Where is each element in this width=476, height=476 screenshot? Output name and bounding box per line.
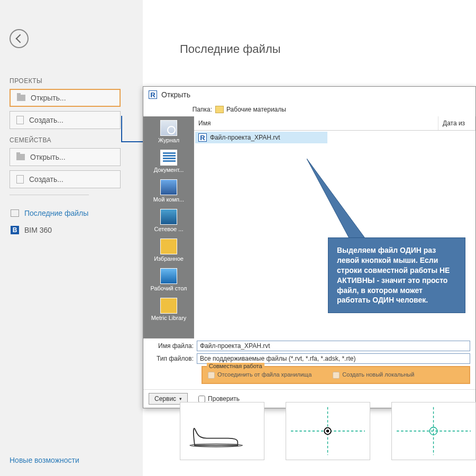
- folder-open-icon: [17, 95, 25, 101]
- journal-icon: [160, 120, 177, 136]
- place-mycomputer-label: Мой комп...: [153, 196, 184, 203]
- projects-create-button[interactable]: Создать...: [10, 111, 121, 129]
- projects-section-label: ПРОЕКТЫ: [10, 77, 133, 85]
- folder-icon: [215, 106, 224, 113]
- callout-box: Выделяем файл ОДИН раз левой кнопкой мыш…: [328, 237, 465, 313]
- dialog-title-text: Открыть: [161, 90, 190, 99]
- recent-files-icon: [11, 209, 19, 217]
- projects-open-label: Открыть...: [31, 94, 66, 102]
- filetype-label: Тип файлов:: [149, 355, 194, 362]
- dialog-bottom: Имя файла: Файл-проекта_ХРАН.rvt Тип фай…: [143, 338, 475, 389]
- service-label: Сервис: [154, 395, 176, 402]
- place-library[interactable]: Metric Library: [144, 295, 194, 324]
- bim360-icon: B: [11, 226, 19, 234]
- new-document-icon: [16, 116, 24, 124]
- new-features-link[interactable]: Новые возможности: [10, 456, 79, 464]
- workshare-group: Совместная работа Отсоединить от файла х…: [202, 366, 470, 384]
- places-bar: Журнал Документ... Мой комп... Сетевое .…: [143, 116, 194, 338]
- computer-icon: [160, 179, 177, 195]
- new-document-icon: [16, 175, 24, 184]
- detach-label: Отсоединить от файла хранилища: [217, 371, 312, 378]
- sidebar-item-recent[interactable]: Последние файлы: [10, 205, 133, 222]
- filetype-row: Тип файлов: Все поддерживаемые файлы (*.…: [149, 353, 470, 364]
- families-open-label: Открыть...: [30, 153, 66, 161]
- folder-open-icon: [16, 154, 25, 160]
- divider: [10, 195, 89, 195]
- favorites-icon: [160, 239, 177, 254]
- detach-checkbox[interactable]: Отсоединить от файла хранилища: [208, 371, 312, 379]
- file-list-header: Имя Дата из: [194, 116, 475, 131]
- bim360-label: BIM 360: [24, 226, 52, 234]
- file-name: Файл-проекта_ХРАН.rvt: [210, 134, 280, 141]
- dialog-titlebar: R Открыть: [143, 87, 475, 103]
- detach-checkbox-input: [208, 372, 215, 379]
- page-title: Последние файлы: [143, 0, 476, 56]
- place-journal[interactable]: Журнал: [144, 117, 194, 147]
- place-journal-label: Журнал: [158, 137, 179, 143]
- filename-label: Имя файла:: [149, 342, 194, 350]
- revit-icon: R: [149, 90, 157, 99]
- place-network-label: Сетевое ...: [154, 226, 184, 232]
- documents-icon: [160, 150, 177, 166]
- library-icon: [160, 298, 177, 314]
- families-section-label: СЕМЕЙСТВА: [10, 136, 133, 144]
- file-row-selected[interactable]: R Файл-проекта_ХРАН.rvt: [195, 132, 327, 143]
- newlocal-checkbox[interactable]: Создать новый локальный: [333, 371, 414, 379]
- folder-dropdown[interactable]: Рабочие материалы: [215, 106, 286, 113]
- revit-file-icon: R: [198, 133, 207, 142]
- thumbnail-2[interactable]: [286, 402, 370, 460]
- families-open-button[interactable]: Открыть...: [10, 148, 121, 166]
- folder-label: Папка:: [180, 106, 212, 113]
- filetype-field[interactable]: Все поддерживаемые файлы (*.rvt, *.rfa, …: [197, 353, 470, 364]
- place-network[interactable]: Сетевое ...: [144, 206, 194, 235]
- projects-open-button[interactable]: Открыть...: [10, 89, 121, 107]
- place-documents-label: Документ...: [154, 167, 184, 173]
- check-checkbox-input[interactable]: [198, 396, 205, 402]
- place-mycomputer[interactable]: Мой комп...: [144, 176, 194, 206]
- desktop-icon: [160, 268, 177, 284]
- thumbnail-1[interactable]: [180, 402, 264, 460]
- projects-create-label: Создать...: [29, 116, 63, 124]
- folder-row: Папка: Рабочие материалы: [143, 103, 475, 116]
- check-checkbox[interactable]: Проверить: [198, 395, 240, 402]
- sidebar-item-bim360[interactable]: B BIM 360: [10, 222, 133, 239]
- families-create-label: Создать...: [29, 175, 63, 184]
- place-desktop-label: Рабочий стол: [150, 285, 187, 291]
- recent-thumbnails: [180, 402, 476, 460]
- check-label: Проверить: [208, 395, 240, 402]
- recent-files-label: Последние файлы: [24, 209, 88, 217]
- newlocal-checkbox-input: [333, 372, 340, 379]
- folder-value: Рабочие материалы: [226, 106, 286, 113]
- back-button[interactable]: [10, 29, 29, 48]
- network-icon: [160, 209, 177, 225]
- callout-text: Выделяем файл ОДИН раз левой кнопкой мыш…: [337, 246, 450, 304]
- filename-row: Имя файла: Файл-проекта_ХРАН.rvt: [149, 341, 470, 351]
- column-date[interactable]: Дата из: [438, 116, 475, 130]
- place-favorites-label: Избранное: [154, 255, 184, 262]
- column-name[interactable]: Имя: [194, 116, 438, 130]
- place-library-label: Metric Library: [151, 315, 187, 321]
- place-documents[interactable]: Документ...: [144, 147, 194, 176]
- filename-field[interactable]: Файл-проекта_ХРАН.rvt: [197, 341, 470, 351]
- svg-point-5: [326, 429, 329, 432]
- workshare-title: Совместная работа: [207, 363, 264, 369]
- families-create-button[interactable]: Создать...: [10, 170, 121, 188]
- place-favorites[interactable]: Избранное: [144, 235, 194, 265]
- place-desktop[interactable]: Рабочий стол: [144, 265, 194, 295]
- thumbnail-3[interactable]: [391, 402, 476, 460]
- start-sidebar: ПРОЕКТЫ Открыть... Создать... СЕМЕЙСТВА …: [0, 0, 143, 476]
- newlocal-label: Создать новый локальный: [342, 371, 414, 378]
